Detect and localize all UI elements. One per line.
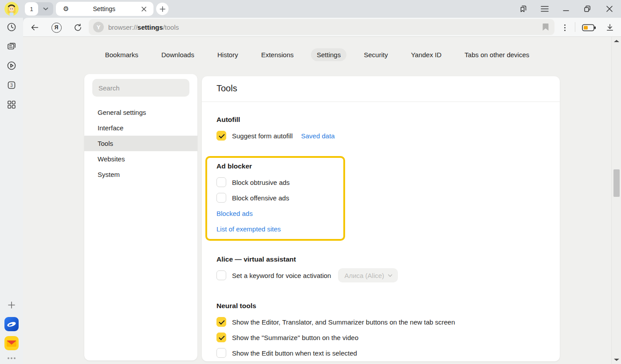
- scroll-down-icon[interactable]: [614, 359, 619, 361]
- scroll-up-icon[interactable]: [614, 40, 619, 42]
- search-input[interactable]: [92, 79, 189, 97]
- nav-tab-security[interactable]: Security: [358, 48, 393, 61]
- alice-heading: Alice — virtual assistant: [216, 255, 296, 263]
- block-offensive-checkbox[interactable]: [216, 193, 226, 203]
- settings-nav: Bookmarks Downloads History Extensions S…: [23, 48, 611, 61]
- reload-icon[interactable]: [72, 22, 83, 33]
- chevron-down-icon[interactable]: [38, 7, 53, 11]
- yandex-search-icon[interactable]: Я: [51, 22, 62, 33]
- nav-tab-settings[interactable]: Settings: [311, 48, 346, 61]
- autofill-checkbox-row[interactable]: Suggest form autofill Saved data: [216, 128, 335, 143]
- checkbox-label: Show the Edit button when text is select…: [232, 349, 357, 357]
- alice-avatar-icon: [4, 2, 19, 16]
- keyword-dropdown[interactable]: Алиса (Alice): [338, 268, 398, 282]
- back-icon[interactable]: [29, 22, 40, 33]
- sidebar-item-general[interactable]: General settings: [84, 105, 197, 120]
- add-panel-icon[interactable]: [4, 298, 19, 312]
- dropdown-value: Алиса (Alice): [344, 272, 384, 279]
- nav-tab-extensions[interactable]: Extensions: [255, 48, 299, 61]
- page-scrollbar[interactable]: [611, 37, 621, 364]
- kebab-menu-icon[interactable]: [559, 22, 570, 33]
- browser-side-rail: 3: [0, 18, 23, 364]
- bookmark-icon[interactable]: [542, 23, 549, 31]
- video-icon[interactable]: [4, 59, 19, 73]
- ad-blocker-heading: Ad blocker: [216, 162, 252, 170]
- yandex-letter: Я: [55, 24, 59, 31]
- nav-tab-downloads[interactable]: Downloads: [156, 48, 200, 61]
- site-badge-icon[interactable]: Y: [93, 22, 104, 32]
- block-offensive-row[interactable]: Block offensive ads: [216, 190, 289, 205]
- block-obtrusive-checkbox[interactable]: [216, 177, 226, 187]
- chevron-down-icon: [388, 274, 393, 277]
- active-tab-settings[interactable]: ⚙ Settings: [56, 2, 153, 16]
- tab-title: Settings: [69, 5, 139, 12]
- battery-icon[interactable]: [581, 22, 597, 33]
- side-panel-icon[interactable]: [517, 3, 530, 15]
- toolbar-divider: [575, 22, 575, 32]
- nav-tab-other-devices[interactable]: Tabs on other devices: [459, 48, 535, 61]
- nav-tab-yandex-id[interactable]: Yandex ID: [405, 48, 447, 61]
- minimize-icon[interactable]: [560, 3, 572, 15]
- neural-tools-heading: Neural tools: [216, 302, 256, 310]
- neural-row-1[interactable]: Show the Editor, Translator, and Summari…: [216, 314, 455, 329]
- tools-settings-panel: Tools Autofill Suggest form autofill Sav…: [202, 76, 560, 361]
- yandex-mail-app-icon[interactable]: [4, 336, 19, 350]
- downloads-icon[interactable]: [604, 22, 616, 33]
- settings-sidebar: General settings Interface Tools Website…: [84, 74, 197, 360]
- checkbox-label: Block obtrusive ads: [232, 179, 290, 186]
- gear-icon: ⚙: [63, 5, 69, 13]
- nav-tab-history[interactable]: History: [212, 48, 244, 61]
- sidebar-item-websites[interactable]: Websites: [84, 151, 197, 167]
- more-panels-icon[interactable]: [4, 351, 19, 364]
- address-bar[interactable]: Y browser://settings/tools: [89, 19, 554, 35]
- browser-menu-icon[interactable]: [538, 3, 551, 15]
- suggest-autofill-checkbox[interactable]: [216, 131, 226, 141]
- tabs-panel-icon[interactable]: 3: [4, 78, 19, 92]
- voice-keyword-checkbox[interactable]: [216, 270, 226, 280]
- block-obtrusive-row[interactable]: Block obtrusive ads: [216, 175, 290, 190]
- tab-count-badge: 3: [10, 83, 13, 88]
- close-window-icon[interactable]: [603, 3, 616, 15]
- autofill-heading: Autofill: [216, 116, 240, 124]
- profile-avatar[interactable]: [4, 2, 19, 16]
- blocked-ads-link[interactable]: Blocked ads: [216, 210, 253, 217]
- tab-list-control[interactable]: 1: [25, 2, 53, 16]
- checkbox-label: Set a keyword for voice activation: [232, 272, 331, 279]
- sidebar-item-interface[interactable]: Interface: [84, 120, 197, 136]
- saved-data-link[interactable]: Saved data: [301, 132, 335, 140]
- url-text: browser://settings/tools: [108, 23, 542, 31]
- history-icon[interactable]: [4, 20, 19, 34]
- summarize-video-checkbox[interactable]: [216, 333, 226, 342]
- nav-tab-bookmarks[interactable]: Bookmarks: [99, 48, 144, 61]
- yandex-disk-app-icon[interactable]: [4, 317, 19, 331]
- tab-count[interactable]: 1: [25, 2, 38, 16]
- sidebar-item-system[interactable]: System: [84, 167, 197, 182]
- maximize-icon[interactable]: [581, 3, 593, 15]
- tab-bar: 1 ⚙ Settings: [0, 0, 621, 18]
- exempted-sites-link[interactable]: List of exempted sites: [216, 225, 281, 233]
- badge-letter: Y: [97, 24, 101, 31]
- neural-row-3[interactable]: Show the Edit button when text is select…: [216, 345, 357, 360]
- checkbox-label: Show the "Summarize" button on the video: [232, 334, 358, 341]
- edit-button-checkbox[interactable]: [216, 348, 226, 358]
- sidebar-item-tools[interactable]: Tools: [84, 136, 197, 151]
- close-tab-icon[interactable]: [139, 4, 148, 13]
- new-tab-button[interactable]: [156, 3, 169, 15]
- title-divider: [202, 102, 560, 102]
- plus-icon: [160, 6, 165, 12]
- checkbox-label: Suggest form autofill: [232, 132, 293, 140]
- page-title: Tools: [216, 83, 237, 94]
- address-toolbar: Я Y browser://settings/tools: [23, 18, 621, 37]
- checkbox-label: Show the Editor, Translator, and Summari…: [232, 318, 455, 326]
- alice-keyword-row[interactable]: Set a keyword for voice activation Алиса…: [216, 268, 398, 283]
- scrollbar-thumb[interactable]: [613, 169, 620, 197]
- apps-grid-icon[interactable]: [4, 98, 19, 112]
- settings-page: Bookmarks Downloads History Extensions S…: [23, 37, 621, 364]
- checkbox-label: Block offensive ads: [232, 194, 289, 202]
- feed-icon[interactable]: [4, 39, 19, 53]
- neural-row-2[interactable]: Show the "Summarize" button on the video: [216, 330, 358, 345]
- editor-buttons-checkbox[interactable]: [216, 317, 226, 327]
